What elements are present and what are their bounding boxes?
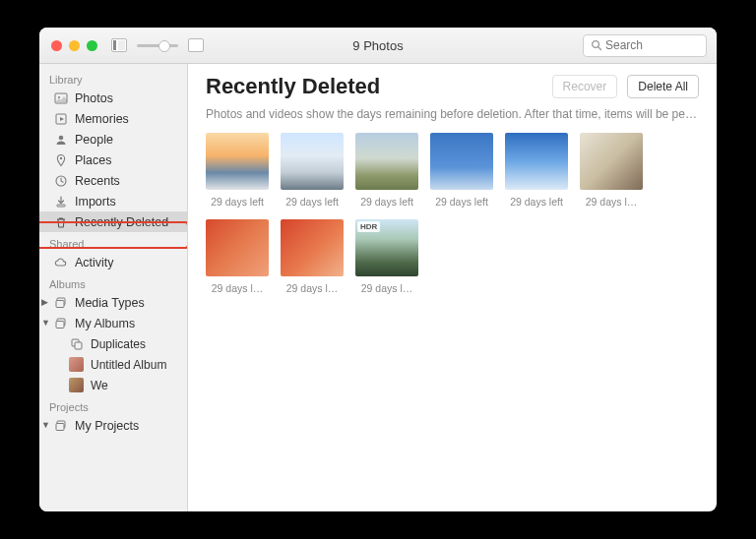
- titlebar: 9 Photos: [39, 28, 717, 64]
- days-left-caption: 29 days l…: [212, 282, 264, 294]
- photo-cell[interactable]: HDR 29 days l…: [355, 219, 418, 294]
- main-content: Recently Deleted Recover Delete All Phot…: [188, 64, 717, 511]
- sidebar-item-label: Media Types: [75, 296, 145, 310]
- thumbnail-zoom-slider[interactable]: [137, 44, 178, 47]
- sidebar-section-albums: Albums: [39, 272, 187, 292]
- sidebar-item-label: Recents: [75, 174, 120, 188]
- sidebar-item-recents[interactable]: Recents: [39, 170, 187, 191]
- photo-cell[interactable]: 29 days left: [355, 133, 418, 208]
- sidebar-item-label: We: [91, 379, 108, 392]
- sidebar-item-label: Activity: [75, 256, 114, 270]
- photo-thumbnail[interactable]: [281, 219, 344, 276]
- download-icon: [53, 194, 68, 209]
- fullscreen-window-button[interactable]: [87, 40, 97, 51]
- sidebar-item-label: Imports: [75, 195, 116, 209]
- sidebar-item-activity[interactable]: Activity: [39, 252, 187, 272]
- sidebar-item-untitled-album[interactable]: Untitled Album: [39, 354, 187, 375]
- chevron-down-icon[interactable]: ▼: [41, 318, 50, 328]
- svg-rect-13: [56, 321, 64, 328]
- sidebar-section-projects: Projects: [39, 395, 187, 415]
- search-icon: [591, 39, 602, 51]
- sidebar-item-places[interactable]: Places: [39, 150, 187, 170]
- photo-thumbnail[interactable]: HDR: [355, 219, 418, 276]
- sidebar-item-my-projects[interactable]: ▼ My Projects: [39, 415, 187, 436]
- photo-cell[interactable]: 29 days l…: [281, 219, 344, 294]
- photos-icon: [53, 90, 68, 105]
- album-thumbnail-icon: [69, 357, 84, 372]
- close-window-button[interactable]: [51, 40, 62, 51]
- sidebar-item-label: Untitled Album: [91, 358, 166, 372]
- page-title: Recently Deleted: [206, 74, 542, 99]
- clock-icon: [53, 173, 68, 188]
- sidebar: Library Photos Memories People: [39, 64, 188, 511]
- sidebar-item-label: Recently Deleted: [75, 215, 168, 229]
- photo-grid: 29 days left 29 days left 29 days left 2…: [206, 133, 699, 294]
- chevron-right-icon[interactable]: ▶: [41, 297, 48, 307]
- view-mode-button[interactable]: [188, 38, 204, 52]
- days-left-caption: 29 days left: [360, 196, 413, 208]
- photo-cell[interactable]: 29 days left: [430, 133, 493, 208]
- photo-thumbnail[interactable]: [580, 133, 643, 190]
- photo-cell[interactable]: 29 days l…: [580, 133, 643, 208]
- photo-thumbnail[interactable]: [281, 133, 344, 190]
- sidebar-item-photos[interactable]: Photos: [39, 88, 187, 108]
- memories-icon: [53, 111, 68, 126]
- days-left-caption: 29 days left: [211, 196, 264, 208]
- days-left-caption: 29 days left: [285, 196, 339, 208]
- photo-thumbnail[interactable]: [505, 133, 568, 190]
- duplicates-icon: [69, 336, 84, 351]
- window-controls: [51, 40, 97, 51]
- photo-thumbnail[interactable]: [355, 133, 418, 190]
- photo-cell[interactable]: 29 days left: [505, 133, 568, 208]
- sidebar-item-label: My Albums: [75, 317, 135, 330]
- photo-thumbnail[interactable]: [206, 133, 269, 190]
- days-left-caption: 29 days left: [435, 196, 488, 208]
- svg-point-3: [58, 96, 60, 98]
- sidebar-item-memories[interactable]: Memories: [39, 108, 187, 129]
- app-window: 9 Photos Library Photos Memories: [39, 28, 717, 511]
- photo-cell[interactable]: 29 days l…: [206, 219, 269, 294]
- toolbar-view-controls: [111, 38, 204, 52]
- sidebar-item-label: Places: [75, 153, 112, 167]
- toggle-sidebar-button[interactable]: [111, 38, 127, 52]
- sidebar-item-label: My Projects: [75, 419, 139, 433]
- svg-rect-9: [57, 205, 65, 207]
- photo-cell[interactable]: 29 days left: [206, 133, 269, 208]
- sidebar-item-label: Photos: [75, 91, 113, 105]
- svg-point-6: [58, 135, 63, 140]
- photo-thumbnail[interactable]: [430, 133, 493, 190]
- days-left-caption: 29 days left: [510, 196, 563, 208]
- sidebar-item-media-types[interactable]: ▶ Media Types: [39, 292, 187, 313]
- days-left-caption: 29 days l…: [361, 282, 413, 294]
- sidebar-item-duplicates[interactable]: Duplicates: [39, 333, 187, 354]
- sidebar-item-my-albums[interactable]: ▼ My Albums: [39, 313, 187, 333]
- sidebar-item-imports[interactable]: Imports: [39, 191, 187, 211]
- sidebar-section-library: Library: [39, 68, 187, 88]
- recover-button[interactable]: Recover: [552, 75, 618, 98]
- svg-rect-15: [75, 342, 82, 349]
- sidebar-item-label: People: [75, 133, 113, 147]
- svg-line-1: [598, 47, 601, 50]
- days-left-caption: 29 days l…: [286, 282, 339, 294]
- chevron-down-icon[interactable]: ▼: [41, 420, 50, 430]
- photo-cell[interactable]: 29 days left: [281, 133, 344, 208]
- svg-point-7: [59, 156, 61, 158]
- stack-icon: [53, 295, 68, 310]
- cloud-icon: [53, 255, 68, 270]
- stack-icon: [53, 316, 68, 330]
- svg-marker-5: [60, 117, 64, 121]
- hdr-badge: HDR: [357, 221, 380, 232]
- places-icon: [53, 152, 68, 167]
- sidebar-item-recently-deleted[interactable]: Recently Deleted: [39, 211, 187, 232]
- trash-icon: [53, 214, 68, 229]
- sidebar-item-people[interactable]: People: [39, 129, 187, 150]
- photo-thumbnail[interactable]: [206, 219, 269, 276]
- minimize-window-button[interactable]: [69, 40, 80, 51]
- svg-rect-17: [56, 423, 64, 430]
- delete-all-button[interactable]: Delete All: [627, 75, 699, 98]
- page-description: Photos and videos show the days remainin…: [206, 107, 699, 121]
- svg-rect-11: [56, 300, 64, 307]
- sidebar-item-label: Memories: [75, 112, 129, 126]
- sidebar-item-label: Duplicates: [91, 337, 146, 351]
- sidebar-item-we[interactable]: We: [39, 375, 187, 395]
